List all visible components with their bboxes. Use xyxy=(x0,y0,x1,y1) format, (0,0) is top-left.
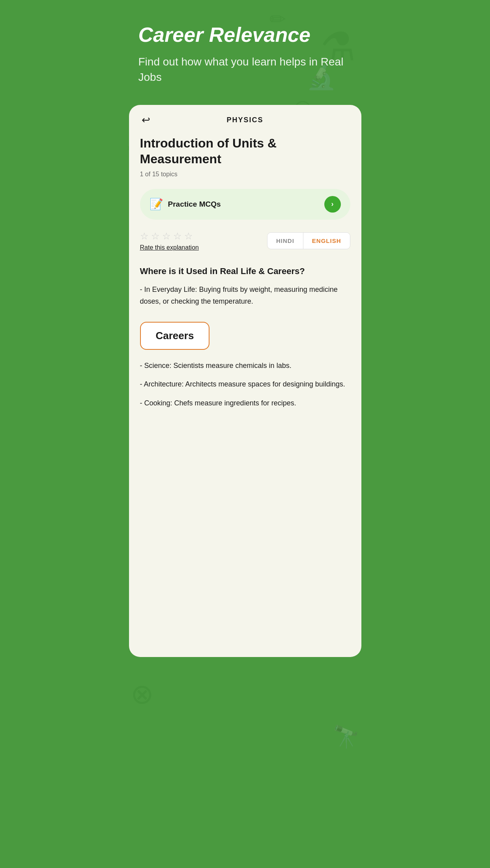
star-1[interactable]: ☆ xyxy=(140,231,149,242)
subject-label: PHYSICS xyxy=(226,116,263,124)
career-item-3: - Cooking: Chefs measure ingredients for… xyxy=(140,398,350,409)
practice-label: Practice MCQs xyxy=(168,200,221,209)
back-button[interactable]: ↩ xyxy=(140,112,152,128)
background: ⚗ 🔬 ✏ ◯ ⊕ ⊗ 🔭 ✒ Career Relevance Find ou… xyxy=(123,0,368,868)
career-item-2: - Architecture: Architects measure space… xyxy=(140,379,350,390)
star-2[interactable]: ☆ xyxy=(151,231,160,242)
page-title: Career Relevance xyxy=(138,24,352,46)
hindi-button[interactable]: HINDI xyxy=(267,233,303,249)
rating-left: ☆ ☆ ☆ ☆ ☆ Rate this explanation xyxy=(140,231,199,251)
deco-icon: 🔭 xyxy=(333,724,360,750)
rating-row: ☆ ☆ ☆ ☆ ☆ Rate this explanation HINDI EN… xyxy=(140,231,350,251)
careers-pill[interactable]: Careers xyxy=(140,322,210,350)
career-item-1: - Science: Scientists measure chemicals … xyxy=(140,360,350,372)
real-life-heading: Where is it Used in Real Life & Careers? xyxy=(140,265,350,277)
english-button[interactable]: ENGLISH xyxy=(303,233,350,249)
page-subtitle: Find out how what you learn helps in Rea… xyxy=(138,54,352,85)
topic-progress: 1 of 15 topics xyxy=(140,171,350,178)
deco-icon: ⊗ xyxy=(131,678,154,710)
header-section: Career Relevance Find out how what you l… xyxy=(123,0,368,97)
practice-mcqs-button[interactable]: 📝 Practice MCQs › xyxy=(140,189,350,220)
star-4[interactable]: ☆ xyxy=(173,231,182,242)
real-life-item-1: - In Everyday Life: Buying fruits by wei… xyxy=(140,284,350,307)
back-icon: ↩ xyxy=(142,114,150,126)
practice-btn-left: 📝 Practice MCQs xyxy=(150,198,221,211)
language-toggle: HINDI ENGLISH xyxy=(267,232,350,249)
star-5[interactable]: ☆ xyxy=(184,231,193,242)
practice-icon: 📝 xyxy=(150,198,163,211)
star-3[interactable]: ☆ xyxy=(162,231,171,242)
main-card: ↩ PHYSICS Introduction of Units & Measur… xyxy=(129,105,361,657)
star-rating[interactable]: ☆ ☆ ☆ ☆ ☆ xyxy=(140,231,199,242)
card-nav: ↩ PHYSICS xyxy=(140,116,350,124)
topic-title: Introduction of Units & Measurement xyxy=(140,135,350,167)
practice-arrow-icon: › xyxy=(324,196,341,213)
rate-explanation-label[interactable]: Rate this explanation xyxy=(140,244,199,251)
